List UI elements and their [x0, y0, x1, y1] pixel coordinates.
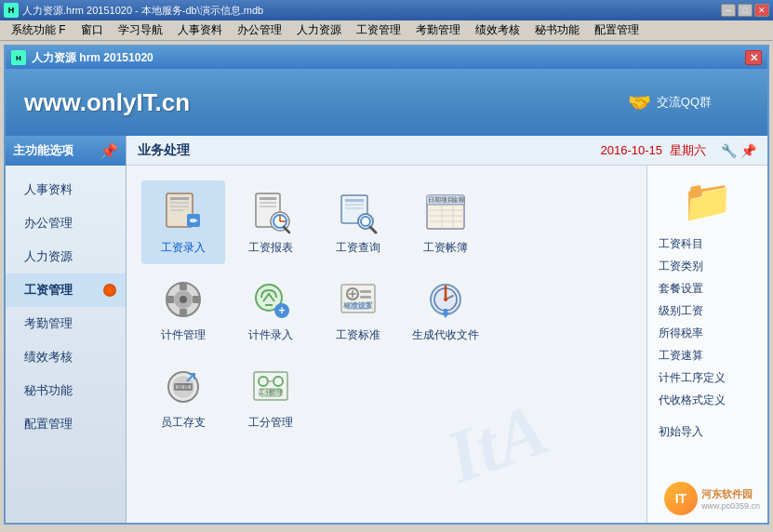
pin-icon[interactable]: 📌 — [740, 143, 756, 158]
right-item-collection-fmt[interactable]: 代收格式定义 — [655, 389, 760, 411]
icon-pay-report[interactable]: 工资报表 — [229, 180, 313, 264]
menu-attendance[interactable]: 考勤管理 — [408, 20, 468, 40]
svg-rect-18 — [345, 204, 364, 206]
inner-title-text: 人力资源 hrm 20151020 — [32, 50, 153, 66]
right-item-tax-rate[interactable]: 所得税率 — [655, 322, 760, 344]
svg-text:+: + — [278, 304, 285, 317]
sidebar-item-label: 绩效考核 — [24, 349, 73, 366]
menu-config[interactable]: 配置管理 — [587, 20, 646, 40]
maximize-button[interactable]: □ — [738, 4, 753, 17]
svg-rect-9 — [260, 202, 276, 204]
right-item-pay-subject[interactable]: 工资科目 — [655, 233, 760, 255]
right-item-package[interactable]: 套餐设置 — [655, 277, 760, 299]
sidebar-item-config[interactable]: 配置管理 — [6, 407, 126, 441]
handshake-icon: 🤝 — [628, 91, 651, 113]
icon-piece-manage[interactable]: 计件管理 — [141, 268, 225, 352]
right-item-grade-pay[interactable]: 级别工资 — [655, 299, 760, 322]
sidebar-item-attendance[interactable]: 考勤管理 — [6, 307, 126, 340]
sidebar-item-performance[interactable]: 绩效考核 — [6, 340, 126, 374]
svg-point-56 — [444, 298, 447, 301]
menu-window[interactable]: 窗口 — [73, 20, 111, 40]
icon-pay-entry[interactable]: ✏ 工资录入 — [141, 180, 225, 264]
qq-group[interactable]: 🤝 交流QQ群 — [628, 91, 712, 113]
app-icon: H — [4, 3, 19, 18]
right-panel-items: 工资科目 工资类别 套餐设置 级别工资 所得税率 — [647, 229, 767, 446]
logo-text: www.onlyIT.cn — [24, 88, 190, 117]
svg-rect-8 — [260, 197, 276, 200]
icon-piece-entry[interactable]: + 计件录入 — [229, 268, 313, 352]
icon-pay-standard[interactable]: 标准设置 工资标准 — [316, 268, 400, 352]
sidebar-pin-icon[interactable]: 📌 — [100, 142, 118, 160]
svg-text:标准设置: 标准设置 — [342, 301, 373, 310]
icon-grid: ✏ 工资录入 — [127, 166, 646, 523]
inner-close-button[interactable]: ✕ — [745, 50, 762, 65]
sidebar-item-hr[interactable]: 人力资源 — [6, 240, 126, 273]
close-button[interactable]: ✕ — [754, 4, 769, 17]
icon-generate-file[interactable]: 生成代收文件 — [404, 268, 487, 352]
main-content: ✏ 工资录入 — [127, 166, 767, 523]
menu-secretary[interactable]: 秘书功能 — [527, 20, 587, 40]
title-bar-controls: ─ □ ✕ — [721, 4, 769, 17]
sidebar-item-payroll[interactable]: 工资管理 — [6, 273, 126, 307]
right-item-pay-type[interactable]: 工资类别 — [655, 255, 760, 277]
bottom-logo-text1: 河东软件园 — [701, 487, 760, 501]
menu-learn[interactable]: 学习导航 — [111, 20, 170, 40]
menu-hr[interactable]: 人力资源 — [289, 20, 349, 40]
business-weekday: 星期六 — [670, 142, 706, 159]
icon-pay-ledger[interactable]: 日期 项目 金额 工资帐簿 — [404, 180, 487, 264]
menu-performance[interactable]: 绩效考核 — [468, 20, 527, 40]
svg-rect-10 — [260, 206, 276, 207]
piece-entry-label: 计件录入 — [248, 327, 293, 343]
svg-rect-38 — [167, 296, 174, 303]
right-item-label: 工资速算 — [659, 348, 703, 364]
menu-bar: 系统功能 F 窗口 学习导航 人事资料 办公管理 人力资源 工资管理 考勤管理 … — [0, 20, 773, 41]
right-item-piece-seq[interactable]: 计件工序定义 — [655, 366, 760, 389]
right-separator — [655, 411, 760, 420]
deposit-label: 员工存支 — [161, 415, 206, 431]
sidebar-item-label: 考勤管理 — [24, 315, 73, 332]
inner-title-icon: H — [11, 50, 26, 65]
svg-rect-2 — [170, 202, 189, 204]
sidebar-item-personnel[interactable]: 人事资料 — [6, 173, 126, 206]
right-item-label: 计件工序定义 — [659, 370, 726, 386]
bottom-logo-circle: IT — [664, 482, 698, 515]
pay-query-label: 工资查询 — [336, 240, 380, 256]
header-banner: www.onlyIT.cn 🤝 交流QQ群 — [6, 69, 767, 136]
svg-rect-4 — [170, 209, 183, 211]
bottom-logo: IT 河东软件园 www.pc0359.cn — [664, 482, 760, 515]
svg-text:管理: 管理 — [270, 389, 283, 395]
menu-system[interactable]: 系统功能 F — [4, 20, 73, 40]
icon-work-points[interactable]: 工分 管理 工分管理 — [229, 355, 313, 439]
menu-personnel[interactable]: 人事资料 — [170, 20, 230, 40]
work-points-label: 工分管理 — [248, 415, 293, 431]
menu-office[interactable]: 办公管理 — [230, 20, 289, 40]
right-item-label: 级别工资 — [659, 303, 703, 319]
svg-rect-19 — [345, 207, 364, 209]
icon-deposit[interactable]: 设置 员工存支 — [141, 355, 225, 439]
piece-entry-icon: + — [248, 277, 293, 322]
right-item-label: 所得税率 — [659, 326, 703, 341]
right-item-label: 工资科目 — [659, 236, 703, 252]
business-panel: 业务处理 2016-10-15 星期六 🔧 📌 — [127, 136, 767, 523]
sidebar-item-label: 人事资料 — [24, 181, 73, 198]
right-item-initial-import[interactable]: 初始导入 — [655, 420, 760, 443]
sidebar-item-label: 工资管理 — [24, 282, 73, 299]
sidebar-item-secretary[interactable]: 秘书功能 — [6, 374, 126, 407]
menu-payroll[interactable]: 工资管理 — [349, 20, 408, 40]
tool-icons: 🔧 📌 — [721, 143, 756, 158]
pay-ledger-icon: 日期 项目 金额 — [423, 190, 468, 234]
right-panel-folder-icon: 📁 — [647, 173, 767, 229]
icon-pay-query[interactable]: 工资查询 — [316, 180, 400, 264]
minimize-button[interactable]: ─ — [721, 4, 736, 17]
qq-group-label: 交流QQ群 — [657, 94, 712, 111]
sidebar-header-label: 主功能选项 — [13, 142, 73, 159]
svg-text:设置: 设置 — [177, 383, 190, 390]
pay-ledger-label: 工资帐簿 — [423, 240, 468, 256]
generate-file-label: 生成代收文件 — [412, 327, 479, 343]
svg-rect-1 — [170, 197, 189, 200]
sidebar-item-office[interactable]: 办公管理 — [6, 206, 126, 240]
right-item-quick-calc[interactable]: 工资速算 — [655, 344, 760, 366]
svg-rect-48 — [360, 290, 371, 293]
right-item-label: 初始导入 — [659, 424, 703, 440]
wrench-icon[interactable]: 🔧 — [721, 143, 737, 158]
